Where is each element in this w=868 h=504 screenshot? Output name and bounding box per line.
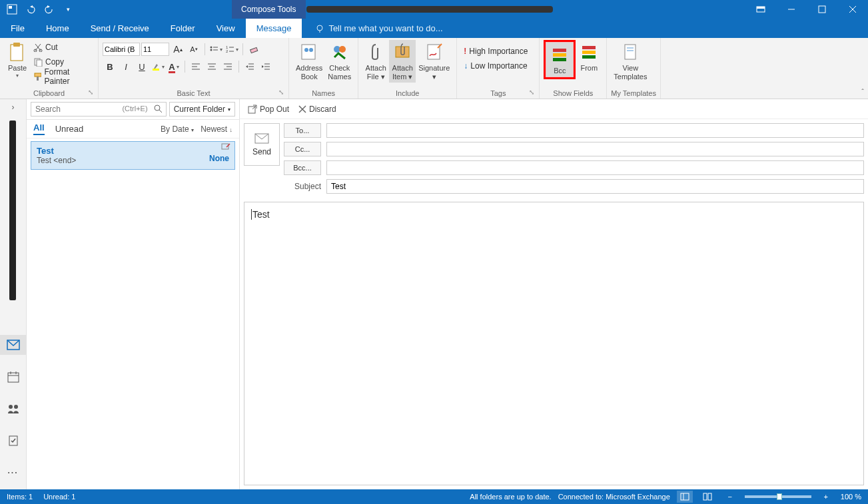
- expand-folder-pane-button[interactable]: ›: [0, 99, 26, 115]
- message-from: Test: [37, 146, 229, 156]
- bcc-picker-button[interactable]: Bcc...: [284, 160, 321, 175]
- clear-formatting-button[interactable]: [246, 42, 261, 57]
- grow-font-button[interactable]: A▴: [171, 42, 185, 57]
- svg-rect-10: [11, 45, 23, 61]
- tab-send-receive[interactable]: Send / Receive: [80, 19, 160, 38]
- to-picker-button[interactable]: To...: [284, 123, 321, 138]
- numbering-button[interactable]: 12: [224, 42, 239, 57]
- discard-button[interactable]: Discard: [298, 105, 336, 114]
- svg-rect-27: [153, 69, 159, 71]
- bullets-button[interactable]: [209, 42, 223, 57]
- clipboard-launcher[interactable]: ⤡: [88, 89, 96, 97]
- svg-rect-60: [8, 373, 19, 382]
- highlight-button[interactable]: [151, 59, 165, 74]
- svg-rect-54: [582, 51, 596, 54]
- subject-input[interactable]: [326, 179, 864, 194]
- increase-indent-button[interactable]: [258, 59, 273, 74]
- svg-rect-55: [582, 55, 596, 59]
- svg-rect-53: [582, 46, 596, 49]
- svg-rect-48: [396, 47, 409, 57]
- svg-point-64: [9, 405, 13, 409]
- underline-button[interactable]: U: [135, 59, 149, 74]
- tab-folder[interactable]: Folder: [160, 19, 206, 38]
- numbering-icon: 12: [225, 45, 234, 54]
- indent-icon: [261, 63, 270, 71]
- zoom-in-button[interactable]: +: [818, 491, 834, 503]
- close-button[interactable]: [837, 0, 868, 19]
- to-input[interactable]: [326, 123, 864, 138]
- mail-nav-button[interactable]: [0, 335, 27, 355]
- filter-all-tab[interactable]: All: [33, 123, 45, 135]
- tags-launcher[interactable]: ⤡: [529, 89, 537, 97]
- bcc-input[interactable]: [326, 160, 864, 175]
- align-left-button[interactable]: [189, 59, 203, 74]
- bcc-field-button[interactable]: Bcc: [546, 43, 573, 77]
- high-importance-button[interactable]: ! High Importance: [461, 44, 530, 59]
- sort-by-date-button[interactable]: By Date ▾: [161, 125, 194, 134]
- view-templates-button[interactable]: View Templates: [611, 40, 650, 83]
- message-preview: Test <end>: [37, 156, 229, 165]
- low-importance-button[interactable]: ↓ Low Importance: [461, 59, 530, 73]
- shrink-font-button[interactable]: A▾: [187, 42, 201, 57]
- view-normal-button[interactable]: [677, 491, 693, 503]
- zoom-out-button[interactable]: −: [722, 491, 738, 503]
- bold-button[interactable]: B: [103, 59, 117, 74]
- qat-customize-button[interactable]: ▾: [61, 3, 75, 16]
- undo-button[interactable]: [24, 3, 37, 16]
- message-date: None: [209, 154, 229, 163]
- people-nav-button[interactable]: [0, 399, 27, 419]
- address-book-button[interactable]: Address Book: [293, 40, 325, 83]
- templates-icon: [620, 41, 641, 63]
- format-painter-button[interactable]: Format Painter: [31, 69, 94, 84]
- italic-button[interactable]: I: [119, 59, 133, 74]
- align-right-button[interactable]: [220, 59, 235, 74]
- decrease-indent-button[interactable]: [242, 59, 257, 74]
- basictext-launcher[interactable]: ⤡: [278, 89, 286, 97]
- status-bar: Items: 1 Unread: 1 All folders are up to…: [0, 489, 868, 504]
- svg-line-68: [159, 110, 162, 113]
- tab-file[interactable]: File: [0, 19, 35, 38]
- font-name-input[interactable]: [103, 43, 140, 56]
- font-size-input[interactable]: [141, 43, 169, 56]
- message-item[interactable]: Test Test <end> None: [31, 141, 235, 170]
- group-label-basic-text: Basic Text: [103, 88, 284, 99]
- more-nav-button[interactable]: ···: [0, 463, 27, 483]
- svg-point-44: [304, 48, 308, 52]
- status-connected: Connected to: Microsoft Exchange: [558, 493, 670, 501]
- message-body-editor[interactable]: Test: [244, 202, 864, 485]
- minimize-button[interactable]: [776, 0, 807, 19]
- font-color-button[interactable]: A: [167, 59, 181, 74]
- search-icon[interactable]: [153, 104, 163, 113]
- sort-newest-button[interactable]: Newest ↓: [201, 125, 232, 134]
- tasks-nav-button[interactable]: [0, 431, 27, 451]
- tell-me-search[interactable]: Tell me what you want to do...: [302, 19, 442, 38]
- filter-unread-tab[interactable]: Unread: [55, 124, 84, 134]
- svg-rect-3: [757, 7, 765, 9]
- signature-button[interactable]: Signature ▾: [416, 40, 452, 83]
- from-field-button[interactable]: From: [576, 40, 602, 74]
- svg-point-47: [339, 46, 346, 53]
- ribbon-display-button[interactable]: [745, 0, 776, 19]
- cc-picker-button[interactable]: Cc...: [284, 142, 321, 156]
- cut-button[interactable]: Cut: [31, 40, 94, 55]
- maximize-button[interactable]: [807, 0, 837, 19]
- zoom-slider[interactable]: [745, 495, 811, 498]
- attach-item-button[interactable]: Attach Item ▾: [389, 40, 416, 83]
- pop-out-button[interactable]: Pop Out: [248, 105, 289, 114]
- send-button[interactable]: Send: [244, 123, 280, 166]
- attach-file-button[interactable]: Attach File ▾: [362, 40, 389, 83]
- redo-button[interactable]: [43, 3, 56, 16]
- tab-message[interactable]: Message: [246, 19, 302, 38]
- search-scope-dropdown[interactable]: Current Folder▾: [169, 102, 235, 117]
- tab-view[interactable]: View: [206, 19, 246, 38]
- cc-input[interactable]: [326, 142, 864, 156]
- collapse-ribbon-button[interactable]: ˆ: [861, 88, 864, 96]
- tab-home[interactable]: Home: [35, 19, 80, 38]
- check-names-button[interactable]: Check Names: [325, 40, 354, 83]
- collapsed-folder-bar[interactable]: [9, 121, 16, 300]
- calendar-nav-button[interactable]: [0, 367, 27, 387]
- paste-button[interactable]: Paste ▾: [4, 40, 31, 81]
- align-center-button[interactable]: [205, 59, 219, 74]
- tasks-icon: [8, 435, 19, 447]
- view-reading-button[interactable]: [699, 491, 715, 503]
